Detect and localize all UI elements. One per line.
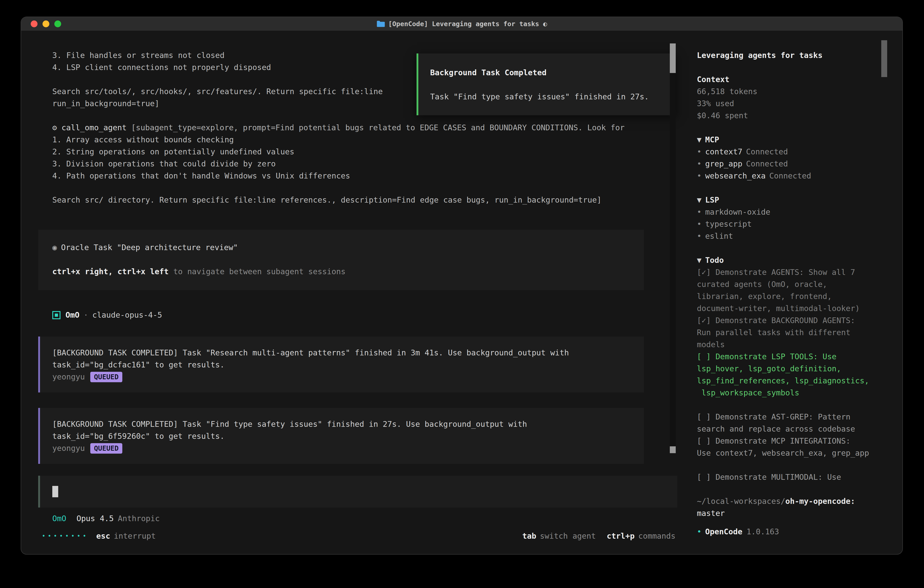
- model-info-line: OmOOpus 4.5Anthropic: [21, 512, 688, 525]
- app-name: OpenCode: [705, 527, 742, 536]
- tab-key-label: switch agent: [540, 531, 596, 540]
- context-spent: $0.46 spent: [697, 110, 875, 122]
- tool-call-line: ⚙call_omo_agent[subagent_type=explore, p…: [38, 122, 666, 134]
- tool-args: [subagent_type=explore, prompt=Find pote…: [131, 123, 625, 132]
- notification-body: Task "Find type safety issues" finished …: [430, 91, 676, 103]
- minimize-button[interactable]: [43, 20, 50, 27]
- bullet-icon: •: [697, 527, 701, 536]
- lsp-name: eslint: [705, 231, 733, 241]
- folder-icon: [376, 20, 385, 28]
- mcp-name: context7: [705, 147, 742, 156]
- close-button[interactable]: [31, 20, 38, 27]
- esc-key-hint: esc: [96, 531, 110, 540]
- mcp-name: grep_app: [705, 159, 742, 168]
- chevron-down-icon: ▼: [697, 195, 701, 205]
- app-version-footer: •OpenCode1.0.163: [697, 526, 779, 538]
- main-scrollbar-end[interactable]: [670, 446, 676, 453]
- oracle-task-box: ◉Oracle Task "Deep architecture review" …: [38, 230, 644, 290]
- lsp-name: markdown-oxide: [705, 207, 770, 216]
- statusbar-right: tab switch agent ctrl+p commands: [522, 531, 675, 540]
- ctrlp-key-hint: ctrl+p: [607, 531, 635, 540]
- sidebar: Leveraging agents for tasks Context 66,5…: [688, 31, 903, 554]
- text-cursor: [52, 486, 58, 497]
- agent-header: OmO · claude-opus-4-5: [38, 309, 666, 321]
- lsp-section: ▼LSP •markdown-oxide •typescript •eslint: [697, 194, 875, 242]
- status-bar: •••••••• esc interrupt tab switch agent …: [21, 525, 688, 554]
- terminal-window: [OpenCode] Leveraging agents for tasks ◐…: [21, 17, 903, 555]
- bullet-icon: •: [697, 207, 701, 216]
- prompt-input[interactable]: [38, 476, 677, 507]
- tab-key-hint: tab: [522, 531, 536, 540]
- bullet-icon: •: [697, 220, 701, 228]
- session-title: Leveraging agents for tasks: [697, 50, 875, 61]
- mcp-heading: MCP: [705, 135, 719, 144]
- provider-label: Anthropic: [118, 514, 160, 523]
- message-author: yeongyu: [52, 442, 85, 454]
- hint-text: to navigate between subagent sessions: [169, 267, 346, 276]
- notification-title: Background Task Completed: [430, 67, 676, 79]
- terminal-line: 3. Division operations that could divide…: [38, 158, 666, 170]
- mcp-name: websearch_exa: [705, 171, 766, 180]
- terminal-line: 2. String operations on potentially unde…: [38, 146, 666, 158]
- active-model-label: Opus 4.5: [76, 514, 114, 523]
- workspace-repo: oh-my-opencode:: [785, 497, 855, 506]
- workspace-dir: ~/local-workspaces/: [697, 497, 785, 506]
- app-version: 1.0.163: [746, 527, 779, 536]
- gear-icon: ⚙: [52, 123, 57, 132]
- context-section: Context 66,518 tokens 33% used $0.46 spe…: [697, 73, 875, 122]
- mcp-item: •context7Connected: [697, 146, 875, 158]
- mcp-section: ▼MCP •context7Connected •grep_appConnect…: [697, 134, 875, 182]
- message-meta: yeongyu QUEUED: [52, 442, 630, 454]
- separator-dot: ·: [83, 309, 88, 321]
- status-badge: QUEUED: [90, 372, 122, 382]
- mcp-status: Connected: [769, 171, 811, 180]
- background-task-message: [BACKGROUND TASK COMPLETED] Task "Resear…: [38, 337, 644, 393]
- message-line: task_id="bg_dcfac161" to get results.: [52, 359, 630, 371]
- navigation-hint: ctrl+x right, ctrl+x left to navigate be…: [52, 266, 630, 277]
- todo-item: [✓] Demonstrate BACKGROUND AGENTS: Run p…: [697, 314, 875, 351]
- message-author: yeongyu: [52, 371, 85, 383]
- oracle-task-label: Oracle Task "Deep architecture review": [61, 243, 238, 252]
- mcp-item: •websearch_exaConnected: [697, 170, 875, 182]
- mcp-status: Connected: [746, 159, 788, 168]
- traffic-lights: [31, 17, 61, 31]
- mcp-status: Connected: [746, 147, 788, 156]
- context-tokens: 66,518 tokens: [697, 86, 875, 97]
- ctrlp-key-label: commands: [638, 531, 675, 540]
- active-agent-label: OmO: [52, 514, 66, 523]
- desktop-background: { "window": { "title": "[OpenCode] Lever…: [0, 0, 924, 588]
- mcp-item: •grep_appConnected: [697, 158, 875, 170]
- lsp-section-header[interactable]: ▼LSP: [697, 194, 875, 206]
- oracle-icon: ◉: [52, 243, 57, 252]
- todo-item: [ ] Demonstrate AST-GREP: Pattern search…: [697, 411, 875, 435]
- mcp-section-header[interactable]: ▼MCP: [697, 134, 875, 146]
- oracle-task-title: ◉Oracle Task "Deep architecture review": [52, 241, 630, 254]
- bullet-icon: •: [697, 147, 701, 156]
- agent-square-icon: [52, 311, 61, 319]
- status-badge: QUEUED: [90, 443, 122, 454]
- todo-item: [ ] Demonstrate MULTIMODAL: Use: [697, 471, 875, 483]
- hint-keys: ctrl+x right, ctrl+x left: [52, 267, 169, 276]
- window-title: [OpenCode] Leveraging agents for tasks ◐: [388, 20, 547, 28]
- bullet-icon: •: [697, 171, 701, 180]
- terminal-line: 1. Array access without bounds checking: [38, 134, 666, 146]
- todo-section-header[interactable]: ▼Todo: [697, 254, 875, 266]
- lsp-item: •eslint: [697, 230, 875, 242]
- main-scrollbar-thumb[interactable]: [670, 43, 676, 73]
- conversation-pane: 3. File handles or streams not closed 4.…: [21, 31, 688, 554]
- todo-item: [ ] Demonstrate MCP INTEGRATIONS: Use co…: [697, 435, 875, 459]
- bullet-icon: •: [697, 159, 701, 168]
- lsp-item: •typescript: [697, 218, 875, 230]
- chevron-down-icon: ▼: [697, 256, 701, 265]
- agent-model: claude-opus-4-5: [92, 309, 162, 321]
- esc-key-label: interrupt: [114, 531, 156, 540]
- maximize-button[interactable]: [54, 20, 61, 27]
- sidebar-scrollbar-thumb[interactable]: [881, 40, 887, 77]
- context-heading: Context: [697, 73, 875, 86]
- main-scrollbar[interactable]: [670, 43, 676, 453]
- message-line: [BACKGROUND TASK COMPLETED] Task "Resear…: [52, 347, 630, 359]
- lsp-item: •markdown-oxide: [697, 206, 875, 218]
- background-task-message: [BACKGROUND TASK COMPLETED] Task "Find t…: [38, 408, 644, 464]
- workspace-path-line: ~/local-workspaces/oh-my-opencode:: [697, 495, 875, 507]
- lsp-name: typescript: [705, 220, 752, 228]
